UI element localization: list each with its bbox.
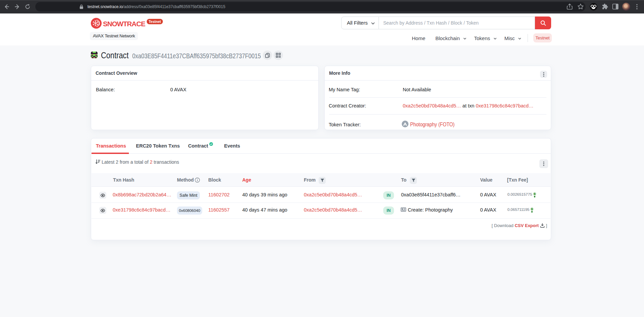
svg-text:$: $ bbox=[531, 208, 533, 211]
svg-text:$: $ bbox=[534, 193, 535, 195]
